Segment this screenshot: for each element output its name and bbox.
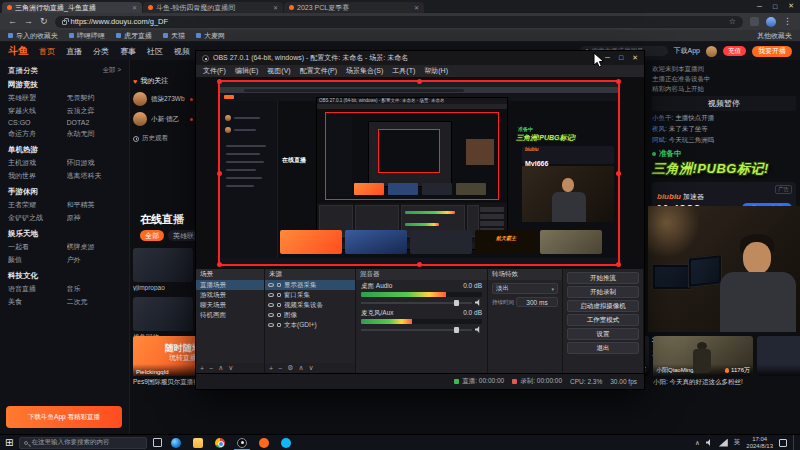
taskbar-app-edge[interactable]: [168, 435, 184, 450]
other-bookmarks[interactable]: 其他收藏夹: [757, 31, 792, 41]
sidebar-section-title[interactable]: 单机热游: [8, 145, 121, 155]
taskbar-app-explorer[interactable]: [190, 435, 206, 450]
eye-icon[interactable]: [268, 293, 274, 297]
eye-icon[interactable]: [268, 323, 274, 327]
extensions-icon[interactable]: [750, 17, 759, 26]
category-item[interactable]: 穿越火线: [8, 106, 63, 116]
obs-title-bar[interactable]: OBS 27.0.1 (64-bit, windows) - 配置文件: 未命名…: [196, 51, 644, 65]
browser-tab[interactable]: 2023 PCL夏季赛 ✕: [284, 2, 424, 13]
show-desktop-button[interactable]: [793, 435, 795, 450]
lock-icon[interactable]: [277, 293, 281, 297]
reload-button[interactable]: ↻: [40, 17, 48, 26]
followed-streamer[interactable]: 小新·德乙: [133, 112, 193, 126]
speaker-icon[interactable]: [475, 299, 482, 306]
scene-item[interactable]: 游戏场景: [196, 290, 264, 300]
category-item[interactable]: 颜值: [8, 255, 63, 265]
category-item[interactable]: 逃离塔科夫: [67, 171, 122, 181]
sidebar-section-title[interactable]: 手游休闲: [8, 187, 121, 197]
down-icon[interactable]: ∨: [228, 364, 233, 372]
taskbar-search[interactable]: 在这里输入你要搜索的内容: [19, 437, 147, 449]
bookmark-item[interactable]: 大麦网: [196, 31, 225, 41]
category-tag[interactable]: 全部: [140, 230, 164, 241]
obs-control-button[interactable]: 工作室模式: [567, 314, 639, 326]
remove-icon[interactable]: −: [278, 365, 282, 372]
site-nav-item[interactable]: 首页: [39, 46, 55, 57]
stream-card[interactable]: [757, 336, 800, 387]
obs-menu-item[interactable]: 工具(T): [392, 66, 415, 76]
tray-chevron-icon[interactable]: ∧: [695, 439, 700, 447]
history-link[interactable]: 历史观看: [133, 134, 193, 143]
sidebar-section-title[interactable]: 娱乐天地: [8, 229, 121, 239]
down-icon[interactable]: ∨: [309, 364, 314, 372]
category-item[interactable]: 美食: [8, 297, 63, 307]
lock-icon[interactable]: [277, 283, 281, 287]
add-icon[interactable]: +: [200, 365, 204, 372]
category-item[interactable]: 一起看: [8, 242, 63, 252]
close-button[interactable]: ✕: [788, 2, 794, 10]
site-nav-item[interactable]: 赛事: [120, 46, 136, 57]
category-item[interactable]: 英雄联盟: [8, 93, 63, 103]
capture-source[interactable]: 在线直播 OBS 27.0.1 (64-bit, windows) - 配置文件…: [220, 82, 618, 264]
obs-control-button[interactable]: 启动虚拟摄像机: [567, 300, 639, 312]
volume-icon[interactable]: [706, 439, 713, 446]
obs-control-button[interactable]: 开始录制: [567, 286, 639, 298]
bookmark-star-icon[interactable]: ☆: [729, 17, 736, 26]
obs-control-button[interactable]: 退出: [567, 342, 639, 354]
obs-control-button[interactable]: 设置: [567, 328, 639, 340]
eye-icon[interactable]: [268, 303, 274, 307]
maximize-button[interactable]: □: [773, 3, 777, 10]
recharge-button[interactable]: 充值: [723, 46, 746, 56]
category-item[interactable]: 无畏契约: [67, 93, 122, 103]
download-app-link[interactable]: 下载App: [674, 46, 700, 56]
scene-item[interactable]: 直播场景: [196, 280, 264, 290]
category-item[interactable]: 和平精英: [67, 200, 122, 210]
source-item[interactable]: 显示器采集: [265, 280, 355, 290]
all-categories-link[interactable]: 全部 >: [102, 66, 121, 76]
tab-close-icon[interactable]: ✕: [273, 4, 278, 11]
obs-minimize-button[interactable]: ─: [605, 54, 610, 62]
category-item[interactable]: 语音直播: [8, 284, 63, 294]
properties-icon[interactable]: ⚙: [287, 364, 293, 372]
source-item[interactable]: 文本(GDI+): [265, 320, 355, 330]
scene-item[interactable]: 聊天场景: [196, 300, 264, 310]
remove-icon[interactable]: −: [209, 365, 213, 372]
card-thumbnail[interactable]: [757, 336, 800, 376]
address-bar[interactable]: https://www.douyu.com/g_DF ☆: [55, 16, 743, 28]
lock-icon[interactable]: [277, 313, 281, 317]
add-icon[interactable]: +: [269, 365, 273, 372]
category-item[interactable]: CS:GO: [8, 119, 63, 126]
category-item[interactable]: 二次元: [67, 297, 122, 307]
bookmark-item[interactable]: 导入的收藏夹: [8, 31, 58, 41]
source-item[interactable]: 窗口采集: [265, 290, 355, 300]
category-item[interactable]: 户外: [67, 255, 122, 265]
obs-control-button[interactable]: 开始推流: [567, 272, 639, 284]
category-item[interactable]: 永劫无间: [67, 129, 122, 139]
profile-avatar[interactable]: [766, 17, 776, 27]
transition-select[interactable]: 淡出 ▾: [492, 283, 558, 294]
followed-streamer[interactable]: 德柒273Wb: [133, 92, 193, 106]
source-item[interactable]: 图像: [265, 310, 355, 320]
resize-handle[interactable]: [217, 262, 222, 267]
browser-menu-icon[interactable]: ⋮: [783, 17, 792, 26]
user-avatar[interactable]: [706, 46, 717, 57]
stream-card[interactable]: 小阳QiaoMingQd 1176万 小阳: 今天真的好运这么多粉丝!: [653, 336, 753, 387]
start-button[interactable]: ⊞: [5, 438, 13, 448]
site-nav-item[interactable]: 视频: [174, 46, 190, 57]
mini-stream-card[interactable]: yjimpropao: [133, 248, 193, 291]
site-nav-item[interactable]: 分类: [93, 46, 109, 57]
card-thumbnail[interactable]: 小阳QiaoMingQd 1176万: [653, 336, 753, 376]
site-nav-item[interactable]: 直播: [66, 46, 82, 57]
notification-icon[interactable]: [779, 439, 787, 447]
category-item[interactable]: 原神: [67, 213, 122, 223]
network-icon[interactable]: [719, 439, 728, 447]
obs-close-button[interactable]: ✕: [632, 54, 638, 62]
forward-button[interactable]: →: [24, 17, 33, 26]
category-item[interactable]: 金铲铲之战: [8, 213, 63, 223]
minimize-button[interactable]: ─: [757, 3, 762, 10]
obs-maximize-button[interactable]: □: [619, 54, 623, 62]
taskbar-app-douyu[interactable]: [256, 435, 272, 450]
category-item[interactable]: 怀旧游戏: [67, 158, 122, 168]
up-icon[interactable]: ∧: [218, 364, 223, 372]
taskbar-app-chrome[interactable]: [212, 435, 228, 450]
go-live-button[interactable]: 我要开播: [752, 46, 792, 57]
